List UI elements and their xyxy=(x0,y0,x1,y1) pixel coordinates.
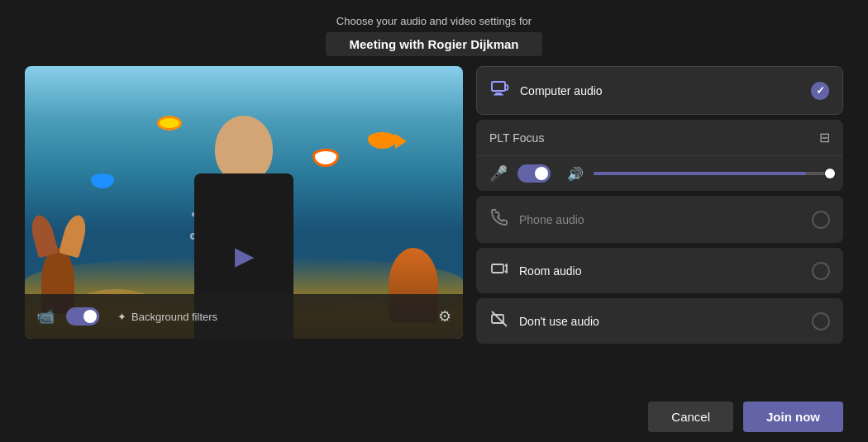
plt-mic-toggle[interactable] xyxy=(517,164,551,183)
audio-panel: Computer audio ✓ PLT Focus ⊟ 🎤 🔊 xyxy=(476,66,843,349)
person-head xyxy=(215,116,273,182)
camera-toggle-knob xyxy=(83,310,97,323)
volume-fill xyxy=(594,172,806,175)
background-filters-button[interactable]: ✦ Background filters xyxy=(117,311,217,323)
phone-audio-option[interactable]: Phone audio xyxy=(476,196,843,243)
room-audio-icon xyxy=(489,259,509,282)
join-now-button[interactable]: Join now xyxy=(743,402,843,432)
svg-rect-1 xyxy=(495,93,502,94)
cancel-button[interactable]: Cancel xyxy=(648,402,733,432)
computer-audio-label: Computer audio xyxy=(520,84,801,97)
volume-slider[interactable] xyxy=(594,172,830,175)
room-audio-option[interactable]: Room audio xyxy=(476,248,843,293)
settings-button[interactable]: ⚙ xyxy=(438,307,451,326)
svg-rect-0 xyxy=(492,82,505,91)
plt-header: PLT Focus ⊟ xyxy=(476,120,843,156)
no-audio-radio xyxy=(812,312,830,330)
svg-line-5 xyxy=(492,311,507,326)
plt-mic-knob xyxy=(535,167,548,180)
video-preview: ▶ 📹 ✦ Background filters ⚙ xyxy=(25,66,463,339)
room-audio-label: Room audio xyxy=(519,264,802,278)
fish-blue xyxy=(91,173,114,188)
phone-audio-label: Phone audio xyxy=(519,213,802,226)
video-controls-bar: 📹 ✦ Background filters ⚙ xyxy=(25,294,463,339)
no-audio-option[interactable]: Don't use audio xyxy=(476,298,843,344)
room-audio-radio xyxy=(812,262,830,280)
header: Choose your audio and video settings for… xyxy=(326,0,541,66)
plt-body: 🎤 🔊 xyxy=(476,156,843,191)
sparkle-icon: ✦ xyxy=(117,311,126,323)
main-content: ▶ 📹 ✦ Background filters ⚙ xyxy=(0,66,868,392)
camera-toggle[interactable] xyxy=(66,307,99,326)
computer-audio-icon xyxy=(490,78,510,102)
fish-orange xyxy=(368,132,397,149)
meeting-title: Meeting with Rogier Dijkman xyxy=(326,32,541,56)
no-audio-label: Don't use audio xyxy=(519,315,802,328)
no-audio-icon xyxy=(489,310,509,332)
svg-rect-2 xyxy=(494,94,503,96)
plt-focus-section: PLT Focus ⊟ 🎤 🔊 xyxy=(476,120,843,191)
camera-icon: 📹 xyxy=(36,307,55,326)
bg-filters-label: Background filters xyxy=(131,311,217,323)
shirt-logo: ▶ xyxy=(227,240,260,273)
svg-rect-3 xyxy=(492,264,503,273)
sliders-icon[interactable]: ⊟ xyxy=(819,130,830,145)
speaker-icon: 🔊 xyxy=(567,166,584,182)
mic-icon: 🎤 xyxy=(489,164,508,183)
computer-audio-selected: ✓ xyxy=(811,82,829,100)
volume-thumb xyxy=(825,169,835,178)
bottom-bar: Cancel Join now xyxy=(0,392,868,442)
computer-audio-option[interactable]: Computer audio ✓ xyxy=(476,66,843,115)
plt-title: PLT Focus xyxy=(489,131,544,145)
phone-audio-icon xyxy=(489,207,509,231)
phone-audio-radio xyxy=(812,211,830,229)
header-subtitle: Choose your audio and video settings for xyxy=(326,15,541,27)
